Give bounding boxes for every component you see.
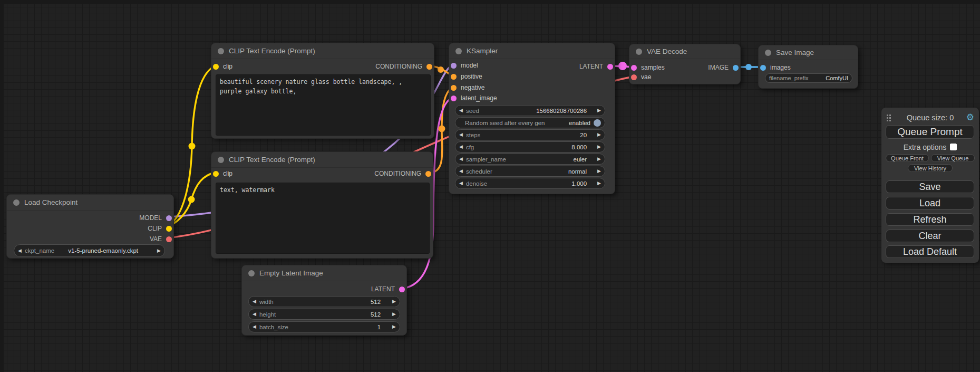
- node-vae-decode[interactable]: VAE Decode samples vae IMAGE: [629, 44, 741, 84]
- increment-arrow-icon[interactable]: ▶: [392, 299, 396, 304]
- save-button[interactable]: Save: [886, 180, 974, 193]
- node-clip-text-encode-positive[interactable]: CLIP Text Encode (Prompt) clip CONDITION…: [211, 43, 434, 139]
- collapse-dot-icon[interactable]: [218, 48, 224, 54]
- seed-widget[interactable]: ◀ seed 156680208700286 ▶: [455, 105, 605, 116]
- output-port-latent[interactable]: [399, 287, 405, 292]
- input-port-latent-image[interactable]: [451, 96, 457, 101]
- collapse-dot-icon[interactable]: [248, 270, 255, 276]
- load-button[interactable]: Load: [886, 197, 974, 209]
- node-clip-text-encode-negative[interactable]: CLIP Text Encode (Prompt) clip CONDITION…: [211, 151, 433, 259]
- input-label-clip: clip: [223, 170, 232, 177]
- widget-label: sampler_name: [466, 156, 506, 163]
- increment-arrow-icon[interactable]: ▶: [597, 108, 601, 113]
- queue-front-button[interactable]: Queue Front: [886, 154, 929, 162]
- output-port-clip[interactable]: [166, 226, 172, 232]
- input-port-samples[interactable]: [631, 65, 637, 71]
- decrement-arrow-icon[interactable]: ◀: [253, 325, 256, 329]
- node-header[interactable]: Load Checkpoint: [7, 195, 173, 211]
- input-port-images[interactable]: [760, 65, 766, 71]
- canvas-edge-top: [0, 0, 980, 4]
- node-load-checkpoint[interactable]: Load Checkpoint MODEL CLIP VAE ◀ ckpt_na…: [6, 194, 174, 259]
- decrement-arrow-icon[interactable]: ◀: [459, 108, 463, 113]
- extra-options-checkbox[interactable]: [950, 144, 957, 150]
- steps-widget[interactable]: ◀ steps 20 ▶: [455, 129, 605, 140]
- denoise-widget[interactable]: ◀ denoise 1.000 ▶: [455, 178, 605, 189]
- output-port-vae[interactable]: [166, 236, 172, 242]
- output-label-conditioning: CONDITIONING: [374, 170, 421, 177]
- collapse-dot-icon[interactable]: [765, 50, 771, 56]
- node-ksampler[interactable]: KSampler model positive negative latent_…: [449, 43, 615, 194]
- output-port-conditioning[interactable]: [425, 171, 431, 177]
- load-default-button[interactable]: Load Default: [886, 245, 974, 258]
- batch-size-widget[interactable]: ◀ batch_size 1 ▶: [248, 321, 400, 332]
- output-port-model[interactable]: [166, 215, 172, 221]
- decrement-arrow-icon[interactable]: ◀: [459, 181, 463, 186]
- decrement-arrow-icon[interactable]: ◀: [18, 249, 22, 253]
- increment-arrow-icon[interactable]: ▶: [392, 325, 396, 329]
- view-queue-button[interactable]: View Queue: [931, 154, 975, 162]
- node-title: Empty Latent Image: [259, 269, 323, 277]
- prompt-textarea[interactable]: beautiful scenery nature glass bottle la…: [216, 74, 431, 136]
- drag-handle-icon[interactable]: [886, 114, 891, 121]
- input-port-vae[interactable]: [631, 74, 637, 80]
- increment-arrow-icon[interactable]: ▶: [392, 312, 396, 317]
- decrement-arrow-icon[interactable]: ◀: [459, 157, 463, 161]
- widget-value: 1: [377, 324, 381, 330]
- decrement-arrow-icon[interactable]: ◀: [459, 132, 463, 137]
- node-save-image[interactable]: Save Image images filename_prefix ComfyU…: [758, 45, 858, 89]
- input-port-negative[interactable]: [451, 85, 457, 91]
- decrement-arrow-icon[interactable]: ◀: [253, 299, 256, 304]
- input-port-clip[interactable]: [213, 64, 219, 70]
- clear-button[interactable]: Clear: [886, 230, 974, 242]
- ckpt-name-widget[interactable]: ◀ ckpt_name v1-5-pruned-emaonly.ckpt ▶: [14, 244, 165, 257]
- increment-arrow-icon[interactable]: ▶: [597, 145, 601, 149]
- node-empty-latent-image[interactable]: Empty Latent Image LATENT ◀ width 512 ▶ …: [241, 265, 407, 336]
- output-port-image[interactable]: [733, 65, 739, 71]
- queue-panel[interactable]: Queue size: 0 ⚙ Queue Prompt Extra optio…: [881, 108, 979, 263]
- input-port-clip[interactable]: [213, 171, 219, 177]
- node-header[interactable]: KSampler: [449, 43, 615, 59]
- prompt-textarea[interactable]: text, watermark: [216, 183, 430, 254]
- input-port-model[interactable]: [451, 63, 457, 69]
- scheduler-widget[interactable]: ◀ scheduler normal ▶: [455, 166, 605, 177]
- output-port-conditioning[interactable]: [426, 64, 432, 70]
- decrement-arrow-icon[interactable]: ◀: [459, 145, 463, 149]
- toggle-icon[interactable]: [594, 119, 601, 127]
- widget-value: euler: [574, 156, 587, 163]
- gear-icon[interactable]: ⚙: [966, 112, 974, 123]
- output-port-latent[interactable]: [607, 64, 613, 70]
- height-widget[interactable]: ◀ height 512 ▶: [248, 309, 400, 320]
- widget-label: denoise: [466, 180, 487, 187]
- input-label-negative: negative: [461, 84, 484, 91]
- increment-arrow-icon[interactable]: ▶: [597, 181, 601, 186]
- view-history-button[interactable]: View History: [908, 164, 953, 172]
- node-header[interactable]: CLIP Text Encode (Prompt): [211, 152, 433, 168]
- decrement-arrow-icon[interactable]: ◀: [253, 312, 256, 317]
- input-port-positive[interactable]: [451, 74, 457, 80]
- widget-label: ckpt_name: [25, 247, 54, 254]
- increment-arrow-icon[interactable]: ▶: [597, 132, 601, 137]
- collapse-dot-icon[interactable]: [218, 157, 224, 163]
- decrement-arrow-icon[interactable]: ◀: [459, 169, 463, 174]
- increment-arrow-icon[interactable]: ▶: [597, 157, 601, 161]
- output-label-conditioning: CONDITIONING: [375, 63, 422, 70]
- refresh-button[interactable]: Refresh: [886, 213, 974, 226]
- filename-prefix-widget[interactable]: filename_prefix ComfyUI: [765, 73, 852, 83]
- node-header[interactable]: CLIP Text Encode (Prompt): [211, 43, 434, 59]
- sampler-name-widget[interactable]: ◀ sampler_name euler ▶: [455, 154, 605, 165]
- increment-arrow-icon[interactable]: ▶: [597, 169, 601, 174]
- collapse-dot-icon[interactable]: [13, 199, 20, 206]
- collapse-dot-icon[interactable]: [636, 49, 642, 55]
- input-label-model: model: [461, 62, 478, 69]
- random-seed-widget[interactable]: Random seed after every gen enabled: [455, 117, 605, 128]
- width-widget[interactable]: ◀ width 512 ▶: [248, 296, 400, 307]
- input-label-clip: clip: [223, 63, 232, 70]
- queue-prompt-button[interactable]: Queue Prompt: [886, 125, 974, 139]
- increment-arrow-icon[interactable]: ▶: [157, 249, 161, 253]
- node-header[interactable]: Empty Latent Image: [242, 265, 406, 281]
- collapse-dot-icon[interactable]: [455, 48, 462, 54]
- node-header[interactable]: VAE Decode: [629, 44, 740, 59]
- node-graph-canvas[interactable]: Load Checkpoint MODEL CLIP VAE ◀ ckpt_na…: [0, 0, 980, 372]
- node-header[interactable]: Save Image: [759, 45, 858, 60]
- cfg-widget[interactable]: ◀ cfg 8.000 ▶: [455, 141, 605, 152]
